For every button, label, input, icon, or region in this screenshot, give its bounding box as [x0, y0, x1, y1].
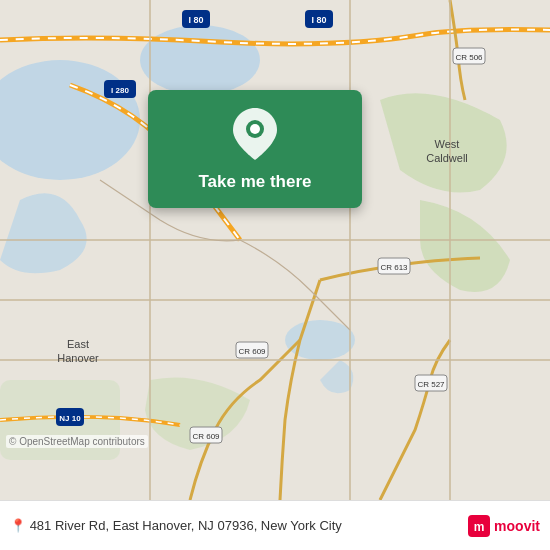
- svg-text:Caldwell: Caldwell: [426, 152, 468, 164]
- osm-credit: © OpenStreetMap contributors: [6, 435, 148, 448]
- location-pin-emoji: 📍: [10, 518, 26, 533]
- moovit-logo: m moovit: [468, 515, 540, 537]
- svg-text:CR 613: CR 613: [380, 263, 408, 272]
- svg-text:CR 506: CR 506: [455, 53, 483, 62]
- svg-text:West: West: [435, 138, 460, 150]
- svg-text:I 280: I 280: [111, 86, 129, 95]
- svg-text:m: m: [474, 520, 485, 534]
- address-label: 481 River Rd, East Hanover, NJ 07936, Ne…: [30, 518, 342, 533]
- take-me-there-button[interactable]: Take me there: [198, 172, 311, 192]
- moovit-icon: m: [468, 515, 490, 537]
- svg-point-34: [250, 124, 260, 134]
- svg-point-2: [140, 25, 260, 95]
- svg-text:CR 609: CR 609: [192, 432, 220, 441]
- svg-text:East: East: [67, 338, 89, 350]
- svg-text:I 80: I 80: [311, 15, 326, 25]
- map-svg: I 80 I 80 I 280 NJ 10 CR 609 CR 609 CR 6…: [0, 0, 550, 500]
- svg-text:NJ 10: NJ 10: [59, 414, 81, 423]
- bottom-bar: 📍 481 River Rd, East Hanover, NJ 07936, …: [0, 500, 550, 550]
- location-pin-icon: [233, 108, 277, 160]
- svg-text:I 80: I 80: [188, 15, 203, 25]
- location-card[interactable]: Take me there: [148, 90, 362, 208]
- svg-text:Hanover: Hanover: [57, 352, 99, 364]
- svg-text:CR 609: CR 609: [238, 347, 266, 356]
- map-container: I 80 I 80 I 280 NJ 10 CR 609 CR 609 CR 6…: [0, 0, 550, 500]
- moovit-brand-label: moovit: [494, 518, 540, 534]
- address-text: 📍 481 River Rd, East Hanover, NJ 07936, …: [10, 518, 468, 533]
- svg-text:CR 527: CR 527: [417, 380, 445, 389]
